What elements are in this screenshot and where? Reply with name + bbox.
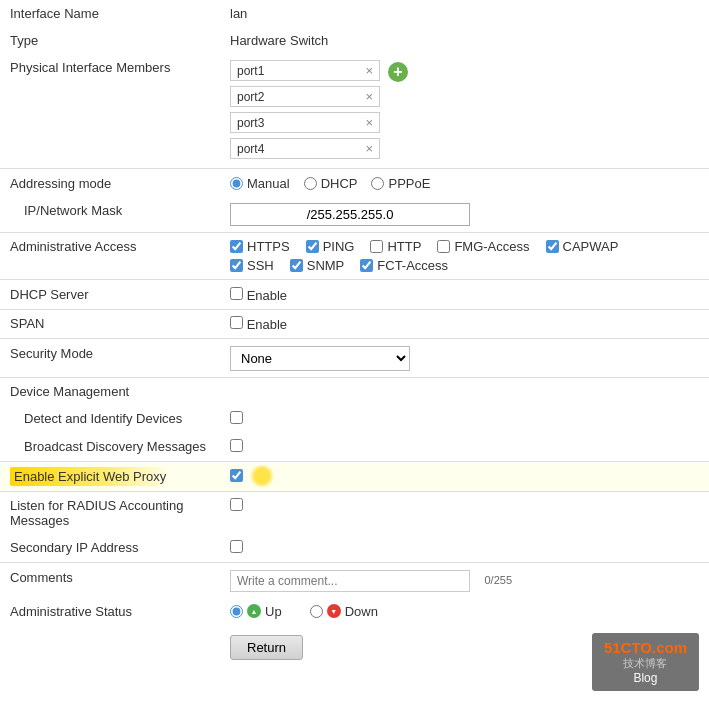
fmg-checkbox[interactable] [437, 240, 450, 253]
port1-label: port1 [237, 64, 264, 78]
status-up-radio[interactable] [230, 605, 243, 618]
ip-mask-field [220, 197, 709, 233]
watermark-blog: Blog [604, 671, 687, 685]
span-label: SPAN [0, 310, 220, 339]
radio-pppoe[interactable]: PPPoE [371, 176, 430, 191]
comments-input[interactable] [230, 570, 470, 592]
listen-radius-label: Listen for RADIUS Accounting Messages [0, 492, 220, 534]
down-icon [327, 604, 341, 618]
radio-manual[interactable]: Manual [230, 176, 290, 191]
security-mode-label: Security Mode [0, 340, 220, 378]
physical-members-field: port1 × port2 × port3 × port4 × [220, 54, 709, 169]
ports-list: port1 × port2 × port3 × port4 × [230, 60, 380, 162]
watermark-sub: 技术博客 [604, 656, 687, 671]
add-port-button[interactable]: + [388, 62, 408, 82]
capwap-checkbox-label[interactable]: CAPWAP [546, 239, 619, 254]
dhcp-enable-label[interactable]: Enable [230, 288, 287, 303]
port2-remove[interactable]: × [365, 89, 373, 104]
listen-radius-field [220, 492, 709, 534]
web-proxy-field [220, 463, 709, 492]
radio-dhcp-label: DHCP [321, 176, 358, 191]
secondary-ip-field [220, 534, 709, 563]
status-down-label[interactable]: Down [310, 604, 378, 619]
dhcp-enable-checkbox[interactable] [230, 287, 243, 300]
detect-devices-checkbox[interactable] [230, 411, 243, 424]
comments-label: Comments [0, 564, 220, 598]
web-proxy-checkbox[interactable] [230, 469, 243, 482]
ssh-checkbox[interactable] [230, 259, 243, 272]
fct-checkbox[interactable] [360, 259, 373, 272]
port2-tag: port2 × [230, 86, 380, 107]
port4-tag: port4 × [230, 138, 380, 159]
port2-label: port2 [237, 90, 264, 104]
ping-checkbox[interactable] [306, 240, 319, 253]
dhcp-server-field: Enable [220, 281, 709, 310]
port1-tag: port1 × [230, 60, 380, 81]
security-mode-field: None [220, 340, 709, 378]
up-icon [247, 604, 261, 618]
https-label: HTTPS [247, 239, 290, 254]
broadcast-discovery-checkbox[interactable] [230, 439, 243, 452]
capwap-label: CAPWAP [563, 239, 619, 254]
detect-devices-label: Detect and Identify Devices [0, 405, 220, 433]
type-value: Hardware Switch [220, 27, 709, 54]
interface-name-value: lan [220, 0, 709, 27]
dhcp-enable-text: Enable [247, 288, 287, 303]
addressing-mode-field: Manual DHCP PPPoE [220, 170, 709, 197]
admin-status-field: Up Down [220, 598, 709, 625]
port3-remove[interactable]: × [365, 115, 373, 130]
security-mode-select[interactable]: None [230, 346, 410, 371]
detect-devices-field [220, 405, 709, 433]
broadcast-discovery-label: Broadcast Discovery Messages [0, 433, 220, 462]
device-management-field [220, 378, 709, 405]
watermark-site: 51CTO.com [604, 639, 687, 656]
port4-remove[interactable]: × [365, 141, 373, 156]
port4-label: port4 [237, 142, 264, 156]
radio-manual-input[interactable] [230, 177, 243, 190]
ssh-checkbox-label[interactable]: SSH [230, 258, 274, 273]
comments-wrapper: 0/255 [230, 570, 470, 592]
admin-access-label: Administrative Access [0, 233, 220, 280]
ip-mask-input[interactable] [230, 203, 470, 226]
port3-tag: port3 × [230, 112, 380, 133]
radio-dhcp-input[interactable] [304, 177, 317, 190]
status-down-radio[interactable] [310, 605, 323, 618]
http-checkbox-label[interactable]: HTTP [370, 239, 421, 254]
snmp-checkbox[interactable] [290, 259, 303, 272]
radio-manual-label: Manual [247, 176, 290, 191]
ping-checkbox-label[interactable]: PING [306, 239, 355, 254]
char-count: 0/255 [484, 574, 512, 586]
watermark: 51CTO.com 技术博客 Blog [592, 633, 699, 691]
device-management-label: Device Management [0, 378, 220, 405]
fmg-checkbox-label[interactable]: FMG-Access [437, 239, 529, 254]
radio-pppoe-input[interactable] [371, 177, 384, 190]
span-enable-label[interactable]: Enable [230, 317, 287, 332]
type-label: Type [0, 27, 220, 54]
http-checkbox[interactable] [370, 240, 383, 253]
addressing-mode-label: Addressing mode [0, 170, 220, 197]
fmg-label: FMG-Access [454, 239, 529, 254]
port1-remove[interactable]: × [365, 63, 373, 78]
port3-label: port3 [237, 116, 264, 130]
comments-field: 0/255 [220, 564, 709, 598]
https-checkbox[interactable] [230, 240, 243, 253]
web-proxy-label-cell: Enable Explicit Web Proxy [0, 463, 220, 492]
fct-label: FCT-Access [377, 258, 448, 273]
fct-checkbox-label[interactable]: FCT-Access [360, 258, 448, 273]
broadcast-discovery-field [220, 433, 709, 462]
return-button[interactable]: Return [230, 635, 303, 660]
https-checkbox-label[interactable]: HTTPS [230, 239, 290, 254]
admin-status-label: Administrative Status [0, 598, 220, 625]
span-enable-checkbox[interactable] [230, 316, 243, 329]
capwap-checkbox[interactable] [546, 240, 559, 253]
web-proxy-label: Enable Explicit Web Proxy [10, 467, 170, 486]
radio-dhcp[interactable]: DHCP [304, 176, 358, 191]
dhcp-server-label: DHCP Server [0, 281, 220, 310]
snmp-checkbox-label[interactable]: SNMP [290, 258, 345, 273]
secondary-ip-checkbox[interactable] [230, 540, 243, 553]
status-up-label[interactable]: Up [230, 604, 282, 619]
ping-label: PING [323, 239, 355, 254]
listen-radius-checkbox[interactable] [230, 498, 243, 511]
span-field: Enable [220, 310, 709, 339]
secondary-ip-label: Secondary IP Address [0, 534, 220, 563]
